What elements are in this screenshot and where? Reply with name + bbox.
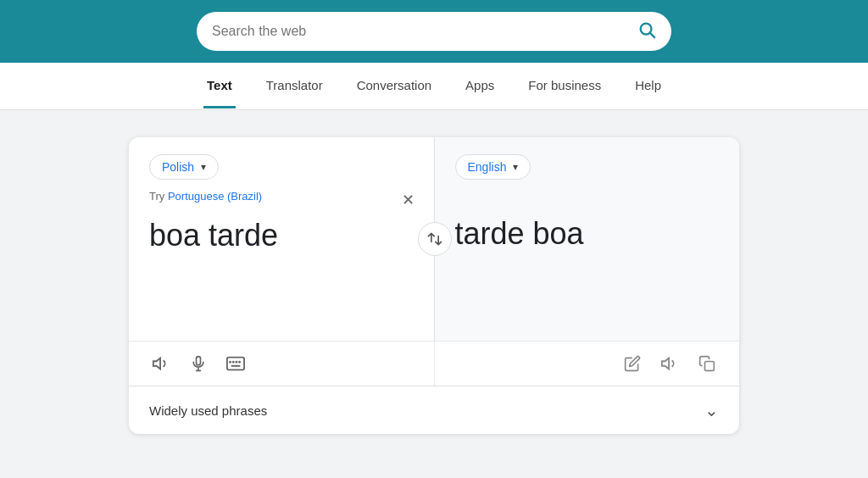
- suggestion-text: Try Portuguese (Brazil): [149, 190, 414, 203]
- target-lang-selector[interactable]: English ▾: [455, 154, 531, 180]
- source-lang-chevron-icon: ▾: [201, 161, 206, 173]
- suggestion-link[interactable]: Portuguese (Brazil): [168, 190, 262, 203]
- source-keyboard-button[interactable]: [224, 352, 248, 375]
- translation-panels: Polish ▾ Try Portuguese (Brazil) boa tar…: [129, 137, 739, 341]
- widely-used-phrases-section[interactable]: Widely used phrases ⌄: [129, 386, 739, 434]
- swap-languages-button[interactable]: [418, 222, 452, 256]
- nav-item-apps[interactable]: Apps: [462, 64, 498, 108]
- svg-line-1: [650, 33, 654, 37]
- search-input[interactable]: [212, 24, 629, 39]
- source-panel: Polish ▾ Try Portuguese (Brazil) boa tar…: [129, 137, 435, 341]
- phrases-chevron-icon: ⌄: [704, 400, 719, 420]
- svg-rect-3: [197, 357, 201, 365]
- source-text: boa tarde: [149, 216, 414, 256]
- nav: Text Translator Conversation Apps For bu…: [0, 63, 868, 110]
- nav-item-conversation[interactable]: Conversation: [353, 64, 435, 108]
- nav-item-for-business[interactable]: For business: [525, 64, 604, 108]
- nav-item-translator[interactable]: Translator: [263, 64, 326, 108]
- svg-marker-2: [153, 358, 160, 370]
- target-lang-chevron-icon: ▾: [513, 161, 518, 173]
- source-lang-label: Polish: [162, 160, 194, 174]
- target-listen-button[interactable]: [658, 352, 682, 375]
- target-edit-button[interactable]: [620, 352, 644, 375]
- target-text: tarde boa: [455, 214, 720, 254]
- target-copy-button[interactable]: [695, 352, 719, 375]
- source-mic-button[interactable]: [186, 352, 210, 375]
- source-lang-selector[interactable]: Polish ▾: [149, 154, 219, 180]
- svg-rect-13: [705, 362, 715, 371]
- svg-rect-6: [227, 358, 244, 370]
- header: [0, 0, 868, 63]
- nav-item-help[interactable]: Help: [632, 64, 665, 108]
- nav-item-text[interactable]: Text: [203, 64, 236, 108]
- target-actions: [435, 342, 740, 386]
- svg-marker-12: [662, 358, 669, 370]
- clear-button[interactable]: ✕: [397, 188, 420, 212]
- phrases-label: Widely used phrases: [149, 403, 267, 418]
- actions-row: [129, 341, 739, 386]
- translator-card: Polish ▾ Try Portuguese (Brazil) boa tar…: [129, 137, 739, 434]
- target-panel: English ▾ tarde boa: [435, 137, 740, 341]
- target-lang-label: English: [468, 160, 507, 174]
- main-content: Polish ▾ Try Portuguese (Brazil) boa tar…: [0, 110, 868, 461]
- source-actions: [129, 342, 435, 386]
- search-bar: [197, 12, 671, 51]
- source-listen-button[interactable]: [149, 352, 173, 375]
- search-icon[interactable]: [637, 20, 656, 42]
